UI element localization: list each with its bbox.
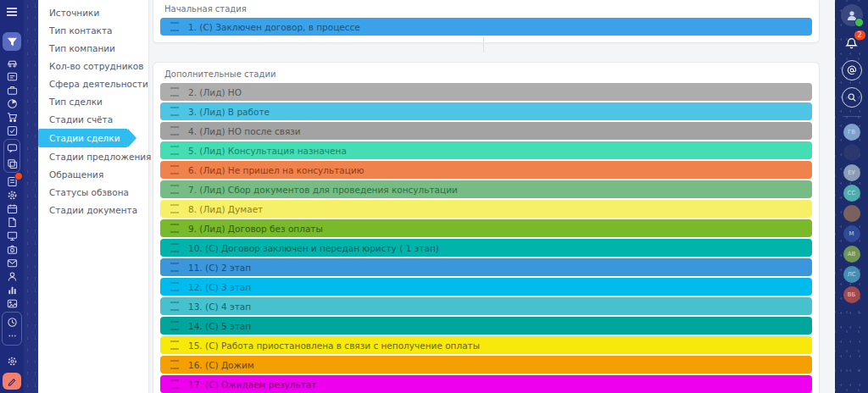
- display-icon[interactable]: [4, 229, 19, 242]
- tasks-icon[interactable]: [4, 174, 19, 188]
- stage-row[interactable]: 2. (Лид) НО: [160, 83, 812, 101]
- drag-handle-icon[interactable]: [170, 146, 179, 155]
- stage-row[interactable]: 11. (С) 2 этап: [160, 258, 812, 276]
- drag-handle-icon[interactable]: [170, 243, 179, 252]
- stage-label: 13. (С) 4 этап: [188, 302, 251, 312]
- chat-avatar-initials: ГВ: [848, 129, 855, 136]
- drag-handle-icon[interactable]: [170, 282, 179, 291]
- drag-handle-icon[interactable]: [170, 165, 179, 174]
- sidebar-item-label: Стадии документа: [49, 205, 137, 215]
- chat-avatar[interactable]: ВБ: [843, 286, 860, 303]
- drag-handle-icon[interactable]: [170, 107, 179, 116]
- sidebar-item[interactable]: Источники: [38, 4, 148, 21]
- left-icon-rail: [0, 0, 24, 393]
- stage-row[interactable]: 5. (Лид) Консультация назначена: [160, 141, 812, 159]
- drag-handle-icon[interactable]: [170, 360, 179, 369]
- stage-row[interactable]: 16. (С) Дожим: [160, 356, 812, 374]
- menu-icon[interactable]: [4, 5, 19, 19]
- sidebar-item-label: Сфера деятельности: [49, 79, 148, 89]
- stage-row[interactable]: 8. (Лид) Думает: [160, 200, 812, 218]
- sidebar-item[interactable]: Статусы обзвона: [38, 184, 148, 201]
- chat-avatar[interactable]: [843, 144, 860, 161]
- drag-handle-icon[interactable]: [170, 87, 179, 97]
- mention-icon[interactable]: [842, 60, 862, 80]
- drag-handle-icon[interactable]: [170, 126, 179, 136]
- stage-row[interactable]: 12. (С) 3 этап: [160, 278, 812, 296]
- chat-avatar[interactable]: ЕУ: [843, 164, 860, 181]
- chat-avatar[interactable]: М: [843, 225, 860, 242]
- sidebar-item-label: Тип контакта: [49, 25, 113, 36]
- drag-handle-icon[interactable]: [170, 204, 179, 213]
- stage-label: 16. (С) Дожим: [188, 360, 254, 370]
- person-icon[interactable]: [4, 269, 19, 283]
- sidebar-item-label: Статусы обзвона: [49, 187, 129, 197]
- mail-icon[interactable]: [4, 256, 19, 269]
- initial-stage-card: Начальная стадия 1. (С) Заключен договор…: [153, 0, 820, 43]
- drag-handle-icon[interactable]: [170, 302, 179, 311]
- stage-row[interactable]: 7. (Лид) Сбор документов для проведения …: [160, 180, 812, 198]
- chat-avatar[interactable]: АВ: [843, 246, 860, 263]
- pie-chart-icon[interactable]: [4, 97, 19, 110]
- cart-icon[interactable]: [4, 110, 19, 124]
- car-icon[interactable]: [4, 56, 19, 69]
- camera-icon[interactable]: [4, 242, 19, 256]
- calendar-icon[interactable]: [4, 202, 19, 215]
- briefcase-icon[interactable]: [4, 83, 19, 97]
- filter-icon[interactable]: [3, 32, 21, 51]
- stage-row[interactable]: 17. (С) Ожидаем результат: [160, 375, 812, 393]
- drag-handle-icon[interactable]: [170, 263, 179, 272]
- sidebar-item[interactable]: Стадии счёта: [38, 111, 148, 128]
- stage-row[interactable]: 13. (С) 4 этап: [160, 297, 812, 315]
- gear-icon[interactable]: [4, 188, 19, 202]
- stage-row[interactable]: 9. (Лид) Договор без оплаты: [160, 219, 812, 237]
- chat-avatar[interactable]: ЛС: [843, 266, 860, 283]
- image-icon[interactable]: [4, 296, 19, 310]
- notifications-bell-icon[interactable]: 2: [842, 33, 862, 53]
- stage-row[interactable]: 14. (С) 5 этап: [160, 317, 812, 335]
- sidebar-item[interactable]: Обращения: [38, 166, 148, 183]
- stage-row[interactable]: 6. (Лид) Не пришел на консультацию: [160, 161, 812, 179]
- sidebar-item[interactable]: Тип контакта: [38, 22, 148, 39]
- settings-icon[interactable]: [4, 354, 19, 368]
- stage-row[interactable]: 1. (С) Заключен договор, в процессе: [160, 18, 812, 36]
- clock-icon[interactable]: [4, 315, 19, 329]
- sidebar-item[interactable]: Тип компании: [38, 40, 148, 57]
- chat-avatar[interactable]: [843, 205, 860, 222]
- sidebar-item[interactable]: Стадии сделки: [38, 129, 128, 147]
- sidebar-item[interactable]: Сфера деятельности: [38, 75, 148, 92]
- sidebar-item[interactable]: Стадии документа: [38, 202, 148, 219]
- tasks-badge: [14, 172, 23, 180]
- drag-handle-icon[interactable]: [170, 185, 179, 194]
- chat-avatar[interactable]: ГВ: [843, 124, 860, 141]
- stage-row[interactable]: 15. (С) Работа приостановлена в связи с …: [160, 336, 812, 354]
- right-messenger-rail: 2 ГВ ЕУ СС: [835, 0, 868, 393]
- time-tracker[interactable]: [2, 312, 22, 346]
- drag-handle-icon[interactable]: [170, 379, 179, 389]
- sidebar-item-label: Стадии сделки: [49, 133, 120, 143]
- sidebar-item[interactable]: Тип сделки: [38, 93, 148, 110]
- stage-row[interactable]: 4. (Лид) НО после связи: [160, 122, 812, 140]
- search-icon[interactable]: [842, 87, 862, 108]
- ellipsis-icon[interactable]: [4, 329, 19, 342]
- copy-icon[interactable]: [4, 157, 19, 170]
- user-avatar[interactable]: [841, 4, 863, 26]
- list-icon[interactable]: [4, 69, 19, 83]
- stage-label: 14. (С) 5 этап: [188, 321, 251, 331]
- recent-chats-list: ГВ ЕУ СС М: [843, 120, 860, 303]
- drag-handle-icon[interactable]: [170, 22, 179, 31]
- bar-chart-icon[interactable]: [4, 283, 19, 296]
- sidebar-item[interactable]: Стадии предложения: [38, 148, 148, 165]
- compose-icon[interactable]: [3, 373, 21, 390]
- online-status-dot: [854, 18, 864, 27]
- check-square-icon[interactable]: [4, 124, 19, 137]
- chat-avatar[interactable]: СС: [843, 185, 860, 202]
- stage-row[interactable]: 10. (С) Договор заключен и передан юрист…: [160, 239, 812, 257]
- chat-icon[interactable]: [4, 141, 19, 155]
- sidebar-item[interactable]: Кол-во сотрудников: [38, 58, 148, 75]
- drag-handle-icon[interactable]: [170, 321, 179, 330]
- document-icon[interactable]: [4, 215, 19, 229]
- chat-avatar-initials: ВБ: [848, 291, 856, 298]
- drag-handle-icon[interactable]: [170, 224, 179, 233]
- drag-handle-icon[interactable]: [170, 340, 179, 350]
- stage-row[interactable]: 3. (Лид) В работе: [160, 102, 812, 120]
